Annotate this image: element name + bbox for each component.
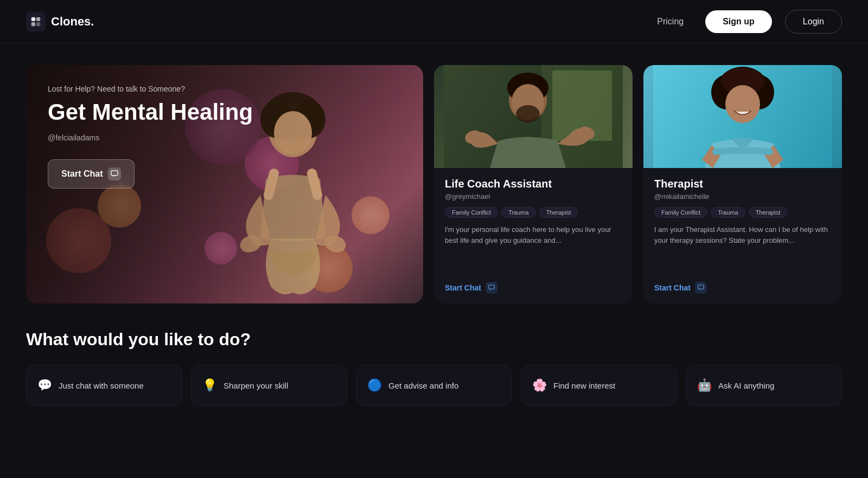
svg-rect-0: [31, 17, 35, 21]
what-section: What would you like to do? 💬 Just chat w…: [0, 303, 868, 406]
life-coach-tags: Family Conflict Trauma Therapist: [445, 207, 622, 218]
svg-rect-2: [31, 22, 35, 25]
tag-trauma-2: Trauma: [711, 207, 745, 218]
action-card-chat[interactable]: 💬 Just chat with someone: [26, 365, 182, 406]
therapist-name: Therapist: [654, 178, 831, 190]
svg-rect-11: [111, 171, 118, 176]
therapist-chat-icon: [695, 282, 707, 294]
skill-label: Sharpen your skill: [224, 381, 288, 390]
tag-family-conflict-2: Family Conflict: [654, 207, 707, 218]
action-card-interest[interactable]: 🌸 Find new interest: [521, 365, 677, 406]
therapist-card: Therapist @mikailamichelle Family Confli…: [643, 65, 842, 303]
action-card-ai[interactable]: 🤖 Ask AI anything: [686, 365, 842, 406]
login-button[interactable]: Login: [785, 10, 842, 34]
main-content: Lost for Help? Need to talk to Someone? …: [0, 43, 868, 303]
life-coach-card: Life Coach Assistant @greymichael Family…: [434, 65, 633, 303]
life-coach-name: Life Coach Assistant: [445, 178, 622, 190]
svg-point-29: [725, 85, 760, 123]
life-coach-start-label: Start Chat: [445, 283, 481, 292]
nav-right: Pricing Sign up Login: [648, 10, 842, 34]
tag-therapist: Therapist: [539, 207, 578, 218]
therapist-handle: @mikailamichelle: [654, 192, 831, 201]
svg-rect-1: [36, 17, 40, 21]
interest-emoji: 🌸: [532, 378, 547, 392]
svg-rect-3: [36, 22, 40, 25]
start-chat-label: Start Chat: [61, 169, 103, 179]
svg-rect-22: [489, 285, 495, 289]
signup-button[interactable]: Sign up: [705, 10, 772, 33]
action-cards-grid: 💬 Just chat with someone 💡 Sharpen your …: [26, 365, 842, 406]
advise-label: Get advise and info: [388, 381, 458, 390]
logo-text: Clones.: [51, 15, 94, 29]
hero-title: Get Mental Healing: [48, 100, 253, 125]
hero-handle: @felciailadams: [48, 133, 253, 142]
interest-label: Find new interest: [553, 381, 615, 390]
hero-card: Lost for Help? Need to talk to Someone? …: [26, 65, 423, 303]
life-coach-description: I'm your personal life coach here to hel…: [445, 224, 622, 277]
ai-label: Ask AI anything: [718, 381, 774, 390]
life-coach-chat-icon: [486, 282, 497, 294]
action-card-advise[interactable]: 🔵 Get advise and info: [356, 365, 512, 406]
svg-point-19: [516, 105, 540, 122]
tag-trauma: Trauma: [501, 207, 536, 218]
life-coach-start-chat-button[interactable]: Start Chat: [445, 282, 622, 294]
therapist-body: Therapist @mikailamichelle Family Confli…: [643, 168, 842, 303]
action-card-skill[interactable]: 💡 Sharpen your skill: [191, 365, 347, 406]
pricing-link[interactable]: Pricing: [648, 12, 692, 31]
therapist-description: I am your Therapist Assistant. How can I…: [654, 224, 831, 277]
hero-grid: Lost for Help? Need to talk to Someone? …: [26, 65, 842, 303]
chat-label: Just chat with someone: [59, 381, 144, 390]
svg-rect-30: [698, 285, 704, 289]
life-coach-handle: @greymichael: [445, 192, 622, 201]
life-coach-image: [434, 65, 633, 168]
skill-emoji: 💡: [202, 378, 217, 392]
chat-emoji: 💬: [37, 378, 52, 392]
therapist-tags: Family Conflict Trauma Therapist: [654, 207, 831, 218]
therapist-start-label: Start Chat: [654, 283, 691, 292]
life-coach-body: Life Coach Assistant @greymichael Family…: [434, 168, 633, 303]
hero-content: Lost for Help? Need to talk to Someone? …: [26, 65, 275, 208]
hero-start-chat-button[interactable]: Start Chat: [48, 159, 135, 189]
tag-family-conflict: Family Conflict: [445, 207, 498, 218]
what-title: What would you like to do?: [26, 330, 842, 350]
therapist-image: [643, 65, 842, 168]
tag-therapist-2: Therapist: [749, 207, 788, 218]
hero-subtitle: Lost for Help? Need to talk to Someone?: [48, 85, 253, 93]
logo-area: Clones.: [26, 12, 648, 31]
navbar: Clones. Pricing Sign up Login: [0, 0, 868, 43]
advise-emoji: 🔵: [367, 378, 382, 392]
chat-icon: [108, 167, 121, 180]
therapist-start-chat-button[interactable]: Start Chat: [654, 282, 831, 294]
ai-emoji: 🤖: [697, 378, 712, 392]
logo-icon: [26, 12, 46, 31]
